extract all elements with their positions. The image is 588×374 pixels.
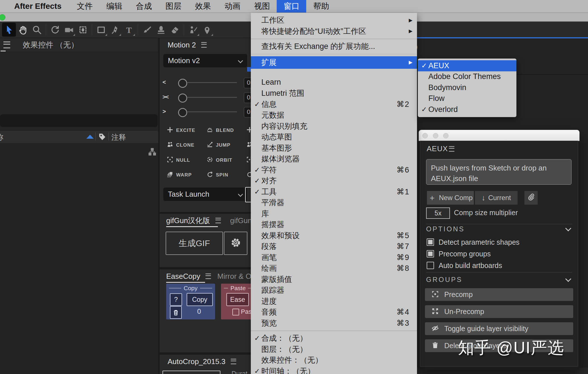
aeux-option-row[interactable]: Precomp groups (427, 250, 491, 258)
slider-value-clipped[interactable]: 0 (244, 92, 251, 103)
menubar-item[interactable]: After Effects (7, 0, 70, 13)
panel-menu-icon[interactable] (449, 146, 454, 151)
menu-item[interactable]: ✓信息⌘2 (251, 99, 417, 110)
comp-size-multiplier-input[interactable]: 5x (426, 207, 450, 219)
chevron-down-icon[interactable] (565, 225, 571, 231)
panel-menu-icon[interactable] (215, 218, 221, 223)
menu-item[interactable]: 绘画⌘8 (251, 263, 417, 274)
copy-ease-button[interactable]: Copy (187, 293, 213, 306)
attach-file-button[interactable] (524, 191, 538, 205)
group-button-precomp[interactable]: Precomp (425, 288, 573, 301)
menu-item[interactable]: 将快捷键分配给“UI动效”工作区▶ (251, 26, 417, 37)
menu-item[interactable]: Adobe Color Themes (418, 71, 516, 82)
slider-track[interactable] (187, 82, 237, 83)
checkbox-checked-icon[interactable] (427, 238, 434, 246)
type-tool[interactable]: T (122, 23, 136, 37)
hand-tool[interactable] (16, 23, 30, 37)
motion-tool-null[interactable]: NULL (166, 156, 190, 164)
paste-ease-button[interactable]: Ease (226, 293, 249, 306)
mini-flowchart-icon[interactable] (148, 147, 157, 157)
slider-track[interactable] (187, 97, 237, 98)
motion-tool-blend[interactable]: BLEND (206, 126, 234, 134)
generate-gif-button[interactable]: 生成GIF (166, 232, 223, 255)
zoom-window-icon[interactable] (443, 133, 449, 138)
slider-value-clipped[interactable]: 0 (244, 107, 251, 118)
pen-tool[interactable] (108, 23, 122, 37)
menu-item[interactable]: 查找有关 Exchange 的扩展功能... (251, 41, 417, 52)
menu-item[interactable]: ✓Overlord (418, 104, 516, 115)
menubar-item[interactable]: 文件 (70, 0, 99, 13)
aeux-option-row[interactable]: Detect parametric shapes (427, 238, 520, 246)
menu-item[interactable]: 效果和预设⌘5 (251, 230, 417, 241)
effect-controls-tab[interactable]: 效果控件 （无） (23, 40, 79, 50)
menubar-item[interactable]: 动画 (218, 0, 247, 13)
motion-tool-warp[interactable]: WARP (166, 171, 192, 179)
zoom-tool[interactable] (30, 23, 44, 37)
eraser-tool[interactable] (168, 23, 182, 37)
motion-preset-dropdown[interactable]: Motion v2 (163, 54, 247, 67)
mirror-offset-tab-partial[interactable]: Mirror & Of (217, 272, 251, 281)
menu-item[interactable]: Learn (251, 77, 417, 88)
roto-brush-tool[interactable] (186, 23, 200, 37)
ease-help-button[interactable]: ? (170, 293, 182, 306)
menu-item[interactable]: ✓对齐 (251, 175, 417, 186)
stamp-tool[interactable] (154, 23, 168, 37)
menu-item[interactable]: Flow (418, 93, 516, 104)
minimize-window-icon[interactable] (433, 133, 438, 138)
menu-item[interactable]: 元数据 (251, 110, 417, 121)
motion-tool-clone[interactable]: CLONE (166, 141, 195, 149)
gifgun-tab[interactable]: gifGun汉化版 (166, 216, 210, 226)
menu-item[interactable]: 音频⌘4 (251, 307, 417, 318)
current-comp-button[interactable]: ↓ Current (475, 191, 518, 205)
selection-tool[interactable] (2, 23, 16, 37)
menu-item[interactable]: 效果控件：（无） (251, 355, 417, 366)
menu-item[interactable]: 进度 (251, 296, 417, 307)
menu-item[interactable]: 跟踪器 (251, 285, 417, 296)
motion-tool-jump[interactable]: JUMP (206, 141, 230, 149)
aeux-dropzone[interactable]: Push layers from Sketch or drop an AEUX.… (426, 159, 572, 185)
menu-item[interactable]: Lumetri 范围 (251, 88, 417, 99)
menu-item[interactable]: 库 (251, 208, 417, 219)
new-comp-button[interactable]: ＋ New Comp (427, 191, 474, 205)
menu-item[interactable]: ✓合成：（无） (251, 333, 417, 344)
panel-menu-icon[interactable] (205, 273, 211, 279)
chevron-down-icon[interactable] (565, 276, 571, 282)
options-section-header[interactable]: OPTIONS (426, 225, 465, 233)
rectangle-tool[interactable] (94, 23, 108, 37)
checkbox-unchecked-icon[interactable] (427, 262, 434, 269)
autocrop-tab[interactable]: AutoCrop_2015.3 (168, 357, 226, 366)
sort-ascending-icon[interactable] (86, 135, 94, 139)
camera-tool[interactable] (62, 23, 76, 37)
panel-menu-icon[interactable] (201, 42, 207, 47)
group-button-toggle-guide-layer-visibility[interactable]: Toggle guide layer visibility (425, 322, 573, 335)
panel-menu-icon[interactable] (231, 359, 236, 364)
motion-tool-excite[interactable]: EXCITE (166, 126, 195, 134)
menubar-item[interactable]: 合成 (129, 0, 159, 13)
groups-section-header[interactable]: GROUPS (426, 276, 462, 284)
slider-knob[interactable] (178, 94, 187, 103)
menu-item[interactable]: 段落⌘7 (251, 241, 417, 252)
aeux-window-titlebar[interactable] (419, 130, 579, 141)
menu-item[interactable]: 工作区▶ (251, 15, 417, 26)
menu-item[interactable]: 摇摆器 (251, 219, 417, 230)
menu-item[interactable]: 平滑器 (251, 197, 417, 208)
slider-value-clipped[interactable]: 0 (244, 78, 251, 88)
panel-menu-icon[interactable] (3, 41, 10, 48)
menu-item[interactable]: Bodymovin (418, 82, 516, 93)
menubar-item[interactable]: 效果 (188, 0, 218, 13)
motion2-tab[interactable]: Motion 2 (168, 41, 196, 49)
rotate-tool[interactable] (48, 23, 62, 37)
menu-item[interactable]: 画笔⌘9 (251, 252, 417, 263)
menubar-item[interactable]: 图层 (159, 0, 188, 13)
comment-column-label[interactable]: 注释 (111, 132, 126, 142)
search-well[interactable] (0, 114, 158, 127)
menu-item[interactable]: ✓字符⌘6 (251, 165, 417, 176)
label-tag-icon[interactable] (98, 132, 107, 142)
menu-item[interactable]: 蒙版插值 (251, 274, 417, 285)
name-column-label[interactable]: 称 (0, 132, 3, 142)
pan-behind-tool[interactable] (76, 23, 90, 37)
menubar-item[interactable]: 编辑 (99, 0, 129, 13)
gifgun-settings-button[interactable] (224, 232, 247, 255)
slider-knob[interactable] (178, 79, 187, 88)
easecopy-tab[interactable]: EaseCopy (166, 272, 200, 281)
